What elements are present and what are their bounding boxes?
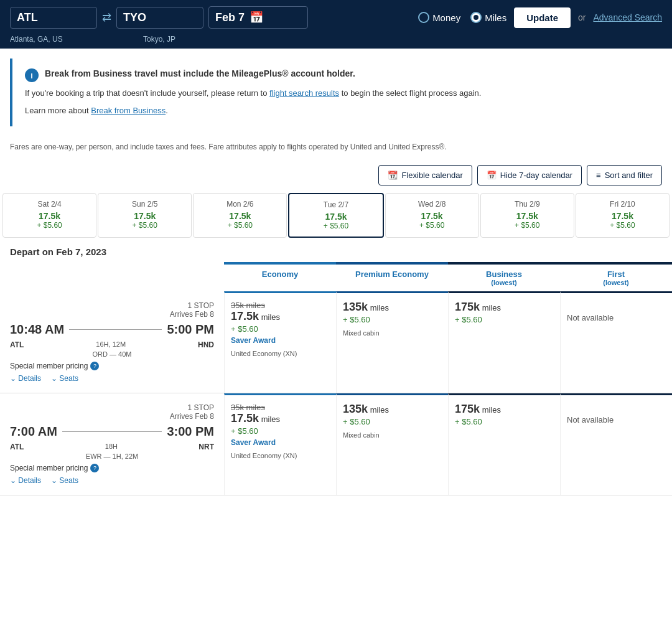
- info-icon: i: [25, 68, 39, 82]
- flexible-calendar-button[interactable]: 📆 Flexible calendar: [378, 165, 472, 185]
- economy-miles: 17.5k: [231, 310, 259, 322]
- business-fee: + $5.60: [455, 315, 554, 324]
- depart-label: Depart on Feb 7, 2023: [0, 238, 672, 262]
- dep-airport: ATL: [10, 340, 24, 349]
- advanced-search-link[interactable]: Advanced Search: [593, 12, 662, 22]
- info-title: Break from Business travel must include …: [45, 68, 355, 78]
- or-text: or: [578, 12, 586, 22]
- break-from-business-link[interactable]: Break from Business: [91, 106, 166, 115]
- miles-label: Miles: [485, 12, 506, 23]
- calendar-icon3: 📅: [487, 171, 497, 180]
- miles-option[interactable]: Miles: [470, 12, 506, 23]
- info-body2: Learn more about Break from Business.: [25, 105, 650, 117]
- flight-info-0: 1 STOP Arrives Feb 8 10:48 AM 5:00 PM AT…: [0, 291, 224, 393]
- premium-cabin-type: Mixed cabin: [343, 329, 442, 337]
- date-value: Feb 7: [215, 11, 245, 24]
- money-option[interactable]: Money: [418, 12, 460, 23]
- flight-info-1: 1 STOP Arrives Feb 8 7:00 AM 3:00 PM ATL…: [0, 393, 224, 495]
- route-line: [62, 431, 162, 432]
- fare-first-1: Not available: [560, 393, 672, 495]
- business-miles: 175k: [455, 403, 480, 415]
- member-pricing-help-icon[interactable]: ?: [90, 464, 99, 472]
- date-cell-label: Wed 2/8: [391, 200, 474, 209]
- date-cell-2[interactable]: Mon 2/6 17.5k + $5.60: [193, 193, 287, 238]
- cabin-header-premium-economy[interactable]: Premium Economy: [336, 262, 448, 291]
- date-cell-3[interactable]: Tue 2/7 17.5k + $5.60: [288, 193, 383, 238]
- flight-row-1: 1 STOP Arrives Feb 8 7:00 AM 3:00 PM ATL…: [0, 393, 672, 495]
- dest-city: Tokyo, JP: [143, 35, 230, 44]
- date-cell-label: Thu 2/9: [486, 200, 569, 209]
- first-not-available: Not available: [567, 403, 666, 437]
- origin-input[interactable]: ATL: [10, 7, 97, 29]
- date-cell-label: Fri 2/10: [581, 200, 664, 209]
- cabin-header-business[interactable]: Business (lowest): [448, 262, 560, 291]
- member-pricing: Special member pricing ?: [10, 362, 214, 370]
- calendar-icon: 📅: [250, 11, 263, 24]
- date-cell-fee: + $5.60: [8, 221, 91, 230]
- seats-link[interactable]: ⌄ Seats: [51, 374, 78, 383]
- fare-business-0[interactable]: 175k miles + $5.60: [448, 291, 560, 393]
- date-cell-fee: + $5.60: [294, 222, 377, 230]
- flight-links: ⌄ Details ⌄ Seats: [10, 476, 214, 485]
- route-line: [69, 329, 162, 330]
- date-cell-label: Mon 2/6: [198, 200, 281, 209]
- sort-filter-button[interactable]: ≡ Sort and filter: [587, 165, 662, 185]
- destination-input[interactable]: TYO: [116, 7, 203, 29]
- hide-7day-label: Hide 7-day calendar: [500, 171, 572, 180]
- flight-links: ⌄ Details ⌄ Seats: [10, 374, 214, 383]
- date-cell-label: Sun 2/5: [103, 200, 186, 209]
- date-cell-miles: 17.5k: [8, 211, 91, 221]
- swap-icon[interactable]: ⇄: [102, 11, 111, 24]
- filter-icon: ≡: [596, 171, 601, 180]
- business-miles: 175k: [455, 301, 480, 313]
- fare-economy-1[interactable]: 35k miles 17.5k miles + $5.60 Saver Awar…: [224, 393, 336, 495]
- seats-link[interactable]: ⌄ Seats: [51, 476, 78, 485]
- date-cell-4[interactable]: Wed 2/8 17.5k + $5.60: [385, 193, 479, 238]
- business-fee: + $5.60: [455, 417, 554, 426]
- flight-stops: 1 STOP Arrives Feb 8: [10, 403, 214, 421]
- date-cell-label: Sat 2/4: [8, 200, 91, 209]
- business-unit: miles: [480, 303, 501, 312]
- hide-7day-button[interactable]: 📅 Hide 7-day calendar: [477, 165, 582, 185]
- date-cell-fee: + $5.60: [486, 221, 569, 230]
- duration: 16H, 12M: [96, 340, 126, 349]
- dep-airport: ATL: [10, 443, 24, 451]
- member-pricing-help-icon[interactable]: ?: [90, 362, 99, 370]
- airports-row: ATL 16H, 12M HND: [10, 340, 214, 349]
- first-not-available: Not available: [567, 301, 666, 335]
- update-button[interactable]: Update: [514, 7, 571, 28]
- arr-time: 5:00 PM: [167, 322, 214, 337]
- date-cell-0[interactable]: Sat 2/4 17.5k + $5.60: [2, 193, 96, 238]
- date-cell-1[interactable]: Sun 2/5 17.5k + $5.60: [98, 193, 192, 238]
- fare-business-1[interactable]: 175k miles + $5.60: [448, 393, 560, 495]
- details-link[interactable]: ⌄ Details: [10, 476, 41, 485]
- premium-miles: 135k: [343, 403, 368, 415]
- cabin-header-economy[interactable]: Economy: [224, 262, 336, 291]
- fare-economy-0[interactable]: 35k miles 17.5k miles + $5.60 Saver Awar…: [224, 291, 336, 393]
- flight-times: 10:48 AM 5:00 PM: [10, 322, 214, 337]
- fare-first-0: Not available: [560, 291, 672, 393]
- sort-filter-label: Sort and filter: [605, 171, 653, 180]
- date-cell-6[interactable]: Fri 2/10 17.5k + $5.60: [576, 193, 670, 238]
- economy-strikethrough: 35k miles: [231, 403, 330, 412]
- fare-premium-1[interactable]: 135k miles + $5.60 Mixed cabin: [336, 393, 448, 495]
- premium-fee: + $5.60: [343, 417, 442, 426]
- date-cell-fee: + $5.60: [391, 221, 474, 230]
- economy-unit: miles: [259, 312, 280, 322]
- search-inputs: ATL ⇄ TYO Feb 7 📅: [10, 6, 411, 29]
- fare-premium-0[interactable]: 135k miles + $5.60 Mixed cabin: [336, 291, 448, 393]
- date-input-wrap[interactable]: Feb 7 📅: [208, 6, 308, 29]
- currency-options: Money Miles: [418, 12, 506, 23]
- details-link[interactable]: ⌄ Details: [10, 374, 41, 383]
- info-banner-heading: i Break from Business travel must includ…: [25, 68, 650, 82]
- flight-search-link[interactable]: flight search results: [269, 88, 339, 98]
- via: ORD — 40M: [10, 350, 214, 358]
- date-cell-label: Tue 2/7: [294, 200, 377, 209]
- date-cell-5[interactable]: Thu 2/9 17.5k + $5.60: [480, 193, 574, 238]
- dep-time: 10:48 AM: [10, 322, 64, 337]
- cabin-header-first[interactable]: First (lowest): [560, 262, 672, 291]
- date-cell-miles: 17.5k: [581, 211, 664, 221]
- flight-list: 1 STOP Arrives Feb 8 10:48 AM 5:00 PM AT…: [0, 291, 672, 495]
- economy-strikethrough: 35k miles: [231, 301, 330, 310]
- premium-unit: miles: [368, 405, 389, 415]
